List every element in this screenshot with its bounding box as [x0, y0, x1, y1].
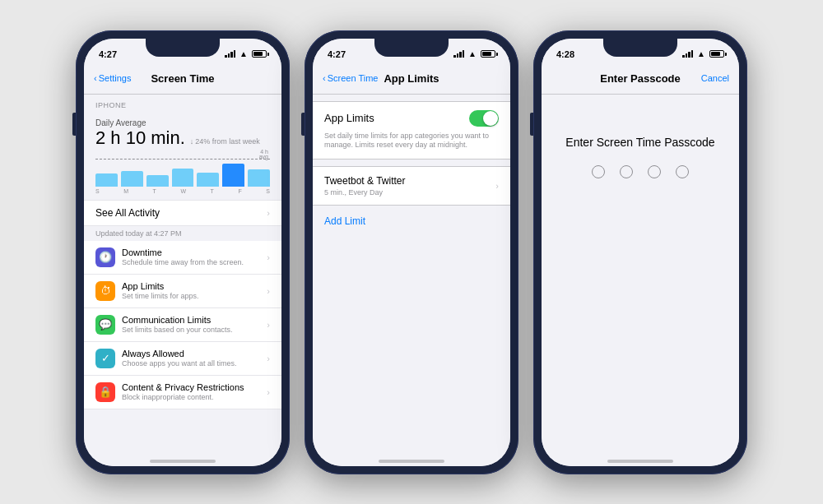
content-3: Enter Screen Time Passcode — [542, 95, 739, 450]
screen-1: 4:27 ▲ ‹ Set — [84, 39, 281, 466]
back-button-1[interactable]: ‹ Settings — [94, 73, 131, 83]
change-text: 24% from last week — [195, 137, 260, 146]
arrow-icon: ↓ — [190, 137, 194, 146]
always-allowed-chevron: › — [267, 354, 270, 363]
chart-avg-label: avg — [259, 154, 268, 160]
phones-container: 4:27 ▲ ‹ Set — [0, 0, 823, 504]
app-limits-row[interactable]: ⏱ App Limits Set time limits for apps. › — [84, 275, 281, 308]
screen-2: 4:27 ▲ ‹ Scr — [313, 39, 510, 466]
downtime-icon: 🕐 — [95, 247, 115, 267]
cancel-button-3[interactable]: Cancel — [701, 73, 729, 83]
content-privacy-chevron: › — [267, 387, 270, 397]
time-1: 4:27 — [99, 49, 117, 59]
signal-icon-1 — [225, 50, 235, 58]
see-activity-text: See All Activity — [95, 207, 160, 219]
tweetbot-subtitle: 5 min., Every Day — [324, 188, 406, 197]
daily-avg-time: 2 h 10 min. ↓ 24% from last week — [84, 127, 281, 149]
phone-2: 4:27 ▲ ‹ Scr — [305, 30, 518, 474]
app-limits-content: App Limits Set time limits for apps. — [122, 281, 267, 300]
passcode-title: Enter Screen Time Passcode — [565, 136, 714, 149]
phone-3: 4:28 ▲ Enter Passcode — [533, 30, 747, 474]
always-allowed-subtitle: Choose apps you want at all times. — [122, 359, 267, 368]
comm-limits-chevron: › — [267, 320, 270, 330]
chevron-left-icon-1: ‹ — [94, 73, 97, 83]
comm-limits-subtitle: Set limits based on your contacts. — [122, 326, 267, 334]
comm-limits-title: Communication Limits — [122, 315, 267, 325]
add-limit-label: Add Limit — [324, 215, 365, 227]
bar-s2 — [248, 169, 270, 187]
home-bar-3 — [607, 460, 673, 463]
see-activity-row[interactable]: See All Activity › — [84, 200, 281, 226]
section-header-1: IPHONE — [84, 95, 281, 112]
notch-2 — [374, 39, 449, 57]
cancel-label-3: Cancel — [701, 73, 729, 83]
nav-bar-3: Enter Passcode Cancel — [542, 65, 739, 95]
home-bar-1 — [150, 460, 216, 463]
passcode-dots — [592, 165, 689, 178]
passcode-dot-2 — [620, 165, 633, 178]
passcode-dot-3 — [648, 165, 661, 178]
chevron-left-icon-2: ‹ — [323, 73, 326, 83]
comm-limits-content: Communication Limits Set limits based on… — [122, 315, 267, 334]
tweetbot-row[interactable]: Tweetbot & Twitter 5 min., Every Day › — [313, 166, 510, 206]
tweetbot-title: Tweetbot & Twitter — [324, 175, 406, 187]
content-2: App Limits Set daily time limits for app… — [313, 95, 510, 450]
app-limits-icon: ⏱ — [95, 281, 115, 301]
tweetbot-content: Tweetbot & Twitter 5 min., Every Day — [324, 175, 406, 197]
battery-icon-2 — [481, 50, 495, 58]
home-indicator-3 — [542, 450, 739, 466]
battery-icon-1 — [252, 50, 267, 58]
status-icons-3: ▲ — [682, 49, 724, 58]
toggle-knob — [483, 111, 498, 126]
notch-1 — [146, 39, 220, 57]
app-limits-description: Set daily time limits for app categories… — [324, 132, 499, 150]
add-limit-row[interactable]: Add Limit — [313, 206, 510, 237]
comm-limits-icon: 💬 — [95, 315, 115, 335]
always-allowed-row[interactable]: ✓ Always Allowed Choose apps you want at… — [84, 342, 281, 376]
chart-days: S M T W T F S — [95, 187, 270, 196]
wifi-icon-1: ▲ — [239, 49, 248, 58]
downtime-subtitle: Schedule time away from the screen. — [122, 258, 267, 266]
app-limits-toggle[interactable] — [469, 110, 499, 127]
chart-avg-line — [95, 159, 270, 160]
app-limits-section: App Limits Set daily time limits for app… — [313, 101, 510, 160]
content-privacy-subtitle: Block inappropriate content. — [122, 393, 267, 401]
phone-1: 4:27 ▲ ‹ Set — [76, 30, 290, 474]
daily-avg-label: Daily Average — [84, 113, 281, 127]
content-privacy-title: Content & Privacy Restrictions — [122, 382, 267, 392]
passcode-section: Enter Screen Time Passcode — [542, 95, 739, 178]
back-label-2: Screen Time — [328, 73, 379, 83]
daily-avg-change: ↓ 24% from last week — [190, 137, 260, 146]
battery-icon-3 — [709, 50, 724, 58]
passcode-dot-4 — [676, 165, 689, 178]
signal-icon-3 — [682, 50, 693, 58]
back-label-1: Settings — [99, 73, 132, 83]
home-bar-2 — [379, 460, 444, 463]
status-icons-2: ▲ — [453, 49, 495, 58]
wifi-icon-2: ▲ — [468, 49, 477, 58]
menu-list-1: 🕐 Downtime Schedule time away from the s… — [84, 241, 281, 409]
content-privacy-row[interactable]: 🔒 Content & Privacy Restrictions Block i… — [84, 376, 281, 409]
back-button-2[interactable]: ‹ Screen Time — [323, 73, 378, 83]
status-icons-1: ▲ — [225, 49, 267, 58]
always-allowed-title: Always Allowed — [122, 349, 267, 358]
content-privacy-icon: 🔒 — [95, 382, 115, 402]
downtime-title: Downtime — [122, 247, 267, 257]
app-limits-subtitle: Set time limits for apps. — [122, 292, 267, 300]
nav-title-3: Enter Passcode — [600, 72, 681, 85]
signal-icon-2 — [453, 50, 464, 58]
app-limits-toggle-label: App Limits — [324, 112, 374, 124]
always-allowed-content: Always Allowed Choose apps you want at a… — [122, 349, 267, 368]
nav-bar-2: ‹ Screen Time App Limits — [313, 65, 510, 95]
nav-title-2: App Limits — [384, 72, 439, 85]
nav-title-1: Screen Time — [151, 72, 214, 85]
comm-limits-row[interactable]: 💬 Communication Limits Set limits based … — [84, 308, 281, 342]
downtime-row[interactable]: 🕐 Downtime Schedule time away from the s… — [84, 241, 281, 275]
bar-t1 — [146, 175, 169, 186]
downtime-content: Downtime Schedule time away from the scr… — [122, 247, 267, 266]
chart-bars — [95, 152, 270, 187]
content-privacy-content: Content & Privacy Restrictions Block ina… — [122, 382, 267, 401]
home-indicator-1 — [84, 450, 281, 466]
nav-bar-1: ‹ Settings Screen Time — [84, 65, 281, 95]
always-allowed-icon: ✓ — [95, 349, 115, 368]
